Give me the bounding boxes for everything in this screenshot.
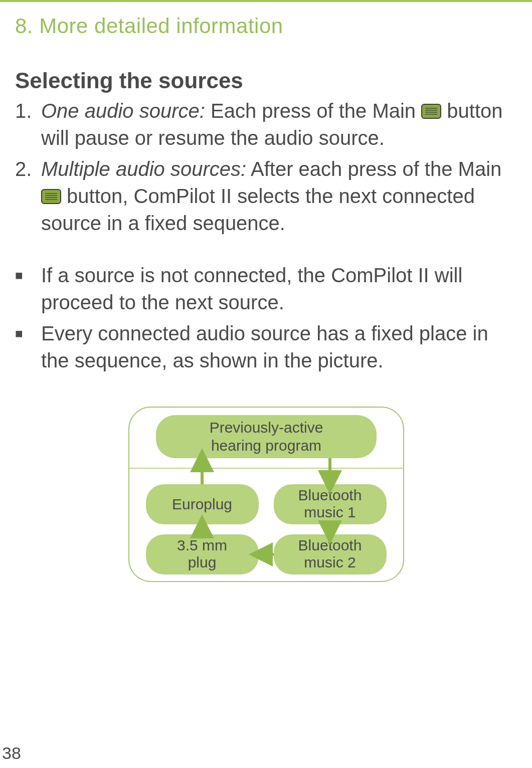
main-button-icon	[41, 189, 61, 204]
text-part: After each press of the Main	[246, 158, 501, 180]
diagram-top-line2: hearing program	[211, 437, 321, 454]
list-item: 2. Multiple audio sources: After each pr…	[15, 155, 517, 237]
section-title: Selecting the sources	[15, 68, 517, 93]
diagram-bt1-line1: Bluetooth	[298, 487, 362, 503]
diagram-top-line1: Previously-active	[209, 419, 323, 436]
text-part: button, ComPilot II selects the next con…	[41, 185, 475, 234]
lead-text: Multiple audio sources:	[41, 158, 246, 180]
list-item: ■ Every connected audio source has a fix…	[15, 320, 517, 374]
main-button-icon	[421, 104, 441, 119]
list-item: ■ If a source is not connected, the ComP…	[15, 262, 517, 316]
sequence-diagram: Previously-active hearing program Europl…	[126, 404, 407, 585]
diagram-europlug: Europlug	[171, 496, 232, 512]
diagram-container: Previously-active hearing program Europl…	[15, 404, 517, 585]
diagram-bt2-line2: music 2	[304, 554, 356, 570]
list-number: 2.	[15, 155, 41, 237]
diagram-bt2-line1: Bluetooth	[298, 537, 362, 553]
diagram-plug-line1: 3.5 mm	[176, 537, 227, 553]
page-number: 38	[2, 743, 21, 763]
list-body: If a source is not connected, the ComPil…	[41, 262, 517, 316]
list-body: One audio source: Each press of the Main…	[41, 97, 517, 151]
diagram-plug-line2: plug	[188, 554, 216, 570]
list-number: 1.	[15, 97, 41, 151]
ordered-list: 1. One audio source: Each press of the M…	[15, 97, 517, 237]
text-part: Each press of the Main	[205, 100, 421, 122]
chapter-heading: 8. More detailed information	[15, 14, 517, 38]
diagram-bt1-line2: music 1	[304, 504, 356, 520]
lead-text: One audio source:	[41, 100, 205, 122]
top-accent-border	[0, 0, 532, 2]
bullet-icon: ■	[15, 320, 41, 374]
bullet-icon: ■	[15, 262, 41, 316]
bullet-list: ■ If a source is not connected, the ComP…	[15, 262, 517, 374]
list-item: 1. One audio source: Each press of the M…	[15, 97, 517, 151]
list-body: Multiple audio sources: After each press…	[41, 155, 517, 237]
list-body: Every connected audio source has a fixed…	[41, 320, 517, 374]
